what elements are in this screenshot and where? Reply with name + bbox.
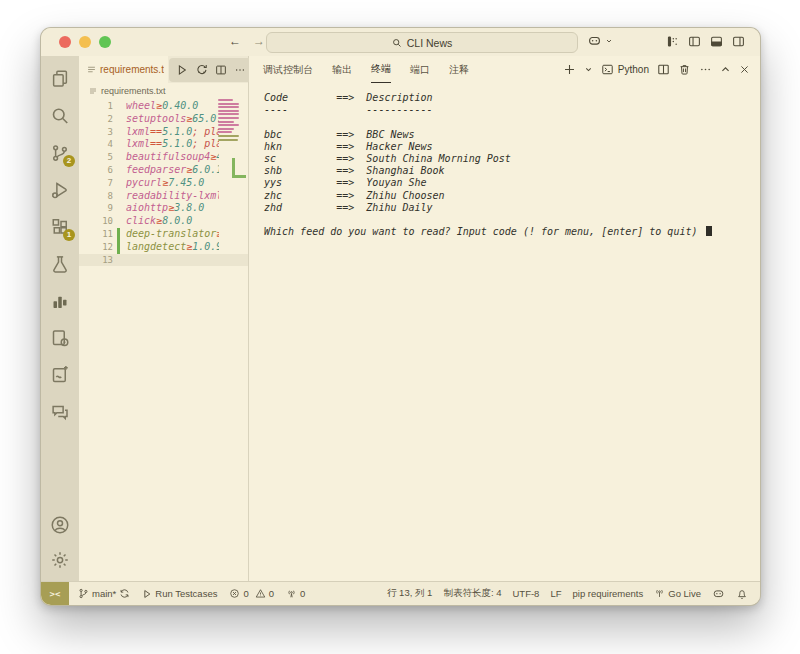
code-text: wheel≥0.40.0 xyxy=(126,100,219,113)
go-live-icon xyxy=(654,588,665,599)
minimize-window-button[interactable] xyxy=(79,36,91,48)
run-python-file-icon[interactable] xyxy=(176,64,188,76)
settings-gear-icon[interactable] xyxy=(49,549,71,571)
code-line[interactable]: 11deep-translator≥1.11.4 xyxy=(79,228,248,241)
code-text: lxml==5.1.0; plat xyxy=(126,138,219,151)
tab-output[interactable]: 输出 xyxy=(332,57,352,83)
copilot-status-icon[interactable] xyxy=(712,587,725,600)
kill-terminal-icon[interactable] xyxy=(678,63,691,76)
run-or-debug-icon[interactable] xyxy=(195,63,208,76)
scm-badge: 2 xyxy=(63,155,75,167)
cursor-position-status[interactable]: 行 13, 列 1 xyxy=(387,587,432,600)
code-text: lxml==5.1.0; plat xyxy=(126,126,219,139)
gutter xyxy=(117,138,120,151)
split-editor-icon[interactable] xyxy=(215,64,227,76)
code-line[interactable]: 5beautifulsoup4≥4.12.0 xyxy=(79,151,248,164)
code-text: deep-translator≥1.11.4 xyxy=(126,228,219,241)
terminal-instance-python[interactable]: Python xyxy=(601,63,649,76)
indentation-status[interactable]: 制表符长度: 4 xyxy=(443,587,501,600)
code-line[interactable]: 10click≥8.0.0 xyxy=(79,215,248,228)
go-live-label: Go Live xyxy=(668,588,701,599)
forward-arrow-icon[interactable]: → xyxy=(253,34,265,48)
run-debug-icon[interactable] xyxy=(49,179,71,201)
code-line[interactable]: 8readability-lxml≥0.8.1 xyxy=(79,190,248,203)
panel-more-actions-icon[interactable] xyxy=(699,63,712,76)
notebook-new-icon[interactable] xyxy=(49,364,71,386)
terminal-icon xyxy=(601,63,614,76)
file-icon xyxy=(87,65,96,74)
chart-extension-icon[interactable] xyxy=(49,290,71,312)
terminal-instance-label: Python xyxy=(618,64,649,75)
close-panel-icon[interactable] xyxy=(739,64,750,75)
source-control-icon[interactable]: 2 xyxy=(49,142,71,164)
git-added-gutter xyxy=(117,241,120,254)
customize-layout-icon[interactable] xyxy=(666,35,679,48)
problems-status[interactable]: 0 0 xyxy=(229,588,274,599)
toggle-panel-icon[interactable] xyxy=(710,35,723,48)
error-icon xyxy=(229,588,240,599)
split-terminal-icon[interactable] xyxy=(657,63,670,76)
code-line[interactable]: 7pycurl≥7.45.0 xyxy=(79,177,248,190)
line-number: 2 xyxy=(79,113,113,126)
tab-debug-console[interactable]: 调试控制台 xyxy=(263,57,313,83)
remote-explorer-icon[interactable] xyxy=(49,327,71,349)
command-center-search[interactable]: CLI News xyxy=(266,32,578,53)
notifications-bell-icon[interactable] xyxy=(736,588,748,600)
language-mode-status[interactable]: pip requirements xyxy=(572,588,643,599)
code-text: beautifulsoup4≥4.12.0 xyxy=(126,151,219,164)
gutter xyxy=(117,254,120,267)
search-sidebar-icon[interactable] xyxy=(49,105,71,127)
go-live-button[interactable]: Go Live xyxy=(654,588,701,599)
code-text: pycurl≥7.45.0 xyxy=(126,177,219,190)
gutter xyxy=(117,215,120,228)
tab-ports[interactable]: 端口 xyxy=(410,57,430,83)
zoom-window-button[interactable] xyxy=(99,36,111,48)
explorer-icon[interactable] xyxy=(49,68,71,90)
breadcrumb-item: requirements.txt xyxy=(101,86,166,96)
tab-requirements-txt[interactable]: requirements.txt xyxy=(79,56,168,83)
gutter xyxy=(117,177,120,190)
breadcrumb[interactable]: requirements.txt xyxy=(79,83,248,99)
code-line[interactable]: 6feedparser≥6.0.10 xyxy=(79,164,248,177)
ports-status[interactable]: 0 xyxy=(286,588,305,599)
back-arrow-icon[interactable]: ← xyxy=(229,34,241,48)
line-number: 12 xyxy=(79,241,113,254)
chevron-down-icon xyxy=(605,37,613,45)
code-text: feedparser≥6.0.10 xyxy=(126,164,219,177)
code-line[interactable]: 13 xyxy=(79,254,248,267)
tab-comments[interactable]: 注释 xyxy=(449,57,469,83)
remote-indicator[interactable]: >< xyxy=(41,582,69,605)
code-text: readability-lxml≥0.8.1 xyxy=(126,190,219,203)
comments-icon[interactable] xyxy=(49,401,71,423)
terminal-profile-chevron-icon[interactable] xyxy=(584,65,593,74)
code-line[interactable]: 9aiohttp≥3.8.0 xyxy=(79,202,248,215)
more-actions-icon[interactable] xyxy=(234,64,246,76)
code-text: click≥8.0.0 xyxy=(126,215,219,228)
tab-terminal[interactable]: 终端 xyxy=(371,56,391,83)
terminal-output[interactable]: Code ==> Description---- -----------bbc … xyxy=(249,83,760,581)
tab-label: requirements.txt xyxy=(100,64,164,75)
panel: 调试控制台 输出 终端 端口 注释 Python xyxy=(249,56,760,581)
branch-status[interactable]: main* xyxy=(78,588,130,599)
new-terminal-icon[interactable] xyxy=(563,63,576,76)
code-editor[interactable]: 1wheel≥0.40.02setuptools≥65.0.13lxml==5.… xyxy=(79,99,248,581)
toggle-primary-sidebar-icon[interactable] xyxy=(688,35,701,48)
encoding-status[interactable]: UTF-8 xyxy=(512,588,539,599)
code-text: aiohttp≥3.8.0 xyxy=(126,202,219,215)
extensions-icon[interactable]: 1 xyxy=(49,216,71,238)
ports-count: 0 xyxy=(300,588,305,599)
copilot-menu[interactable] xyxy=(587,33,613,48)
minimap[interactable] xyxy=(218,99,240,146)
line-number: 8 xyxy=(79,190,113,203)
eol-status[interactable]: LF xyxy=(550,588,561,599)
code-line[interactable]: 12langdetect≥1.0.9 xyxy=(79,241,248,254)
line-number: 9 xyxy=(79,202,113,215)
account-icon[interactable] xyxy=(49,514,71,536)
close-window-button[interactable] xyxy=(59,36,71,48)
testing-icon[interactable] xyxy=(49,253,71,275)
maximize-panel-icon[interactable] xyxy=(720,64,731,75)
toggle-secondary-sidebar-icon[interactable] xyxy=(732,35,745,48)
broadcast-tower-icon xyxy=(286,588,297,599)
run-testcases-button[interactable]: Run Testcases xyxy=(142,588,217,599)
sync-icon xyxy=(119,588,130,599)
